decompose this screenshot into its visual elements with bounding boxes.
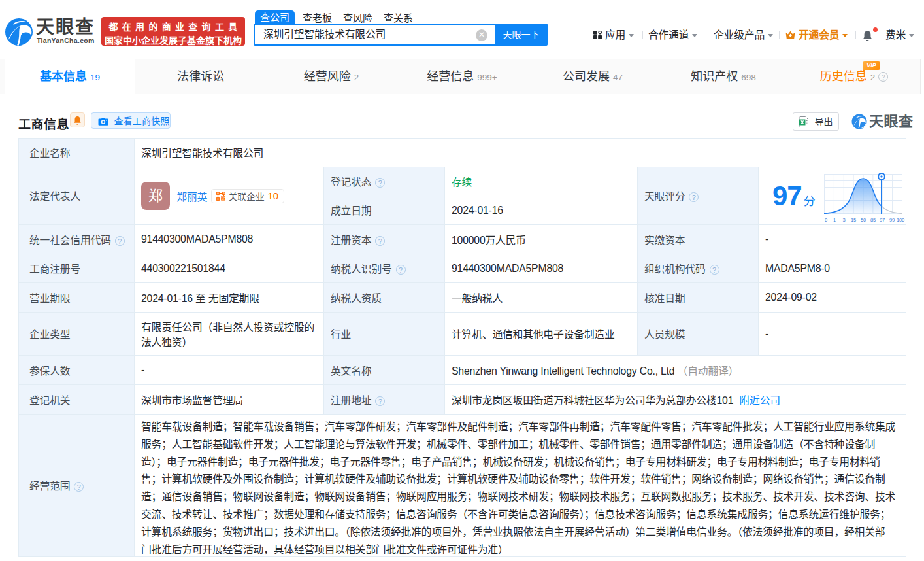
svg-text:0: 0 xyxy=(825,217,827,223)
svg-text:97: 97 xyxy=(880,217,885,223)
svg-text:99: 99 xyxy=(889,217,895,223)
svg-text:企: 企 xyxy=(222,196,225,200)
svg-text:15: 15 xyxy=(851,217,856,223)
svg-text:100: 100 xyxy=(897,217,904,223)
svg-text:85: 85 xyxy=(870,217,876,223)
svg-text:50: 50 xyxy=(861,217,866,223)
svg-text:1: 1 xyxy=(833,217,836,223)
svg-text:3: 3 xyxy=(842,217,845,223)
